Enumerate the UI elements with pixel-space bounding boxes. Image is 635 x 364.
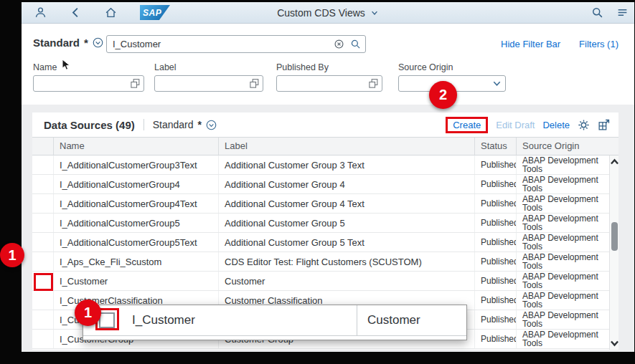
table-title: Data Sources (49) [44,119,135,131]
cell-source-origin: ABAP Development Tools [517,330,609,348]
label-filter-input[interactable] [154,75,263,92]
search-input[interactable] [113,39,328,49]
cell-source-origin: ABAP Development Tools [517,214,609,232]
cell-status: Published [475,330,517,348]
cell-source-origin: ABAP Development Tools [517,291,609,310]
cell-status: Published [475,272,517,290]
scrollbar-thumb[interactable] [611,222,618,251]
column-header-name[interactable]: Name [54,138,219,155]
search-icon[interactable] [591,6,603,19]
cell-status: Published [475,291,517,310]
table-row[interactable]: I_AdditionalCustomerGroup4TextAdditional… [32,194,609,214]
create-button[interactable]: Create [453,120,481,130]
search-go-icon[interactable] [350,39,361,49]
shell-right-area [591,2,629,23]
table-row[interactable]: I_AdditionalCustomerGroup5TextAdditional… [32,233,609,252]
clear-search-icon[interactable] [334,39,344,49]
table-header-row: Name Label Status Source Origin [32,137,618,155]
cell-name: I_AdditionalCustomerGroup4Text [54,194,219,213]
cell-status: Published [475,194,517,213]
cell-label: Additional Customer Group 3 Text [219,155,475,174]
cell-name: I_AdditionalCustomerGroup5 [54,214,219,232]
published-by-filter-input[interactable] [276,75,382,92]
cell-label: CDS Editor Test: Flight Customers (SCUST… [219,252,475,271]
variant-selector[interactable]: Standard * [33,37,103,49]
cell-status: Published [475,175,517,193]
published-by-filter-label: Published By [276,62,329,72]
callout-row-name: I_Customer [132,313,195,327]
menu-icon[interactable] [616,6,629,19]
annotation-box-row-checkbox [34,273,53,291]
screenshot-frame: SAP Custom CDS Views Standard * [0,0,635,364]
value-help-icon[interactable] [249,78,260,89]
row-checkbox-cell[interactable] [32,175,54,193]
column-header-status[interactable]: Status [475,138,517,155]
column-header-source-origin[interactable]: Source Origin [517,138,609,155]
chevron-down-icon [370,9,379,17]
row-checkbox-cell[interactable] [32,252,54,271]
shell-bar: SAP Custom CDS Views [22,2,634,24]
name-filter-label: Name [33,62,57,72]
variant-chevron-icon [206,120,217,130]
value-help-icon[interactable] [130,78,141,89]
annotation-step-1-badge: 1 [0,243,24,267]
variant-dirty-marker: * [84,37,88,49]
row-checkbox-cell[interactable] [32,194,54,213]
toolbar-divider [144,119,144,130]
filters-link[interactable]: Filters (1) [579,39,618,49]
select-all-column-header[interactable] [32,138,54,155]
row-checkbox-cell[interactable] [32,310,54,329]
hide-filter-bar-link[interactable]: Hide Filter Bar [501,39,560,49]
cell-name: I_AdditionalCustomerGroup5Text [54,233,219,252]
cell-label: Additional Customer Group 4 [219,175,475,193]
table-row[interactable]: I_AdditionalCustomerGroup3TextAdditional… [32,155,609,175]
table-actions: Create Edit Draft Delete [446,117,610,133]
cell-name: I_AdditionalCustomerGroup4 [54,175,219,193]
row-checkbox-cell[interactable] [32,214,54,232]
table-row[interactable]: I_Aps_Cke_Fli_ScustomCDS Editor Test: Fl… [32,252,609,272]
table-variant-selector[interactable]: Standard * [153,119,217,130]
variant-name: Standard [33,37,80,49]
variant-chevron-icon [93,37,103,48]
row-checkbox-cell[interactable] [32,233,54,252]
cell-label: Customer [219,272,475,290]
value-help-icon[interactable] [368,78,379,89]
mouse-cursor [62,59,71,71]
cell-name: I_Aps_Cke_Fli_Scustom [54,252,219,271]
table-row[interactable]: I_CustomerCustomerPublishedABAP Developm… [32,272,609,291]
cell-label: Additional Customer Group 4 Text [219,194,475,213]
cell-status: Published [475,310,517,329]
callout-label-cell: Customer [357,305,420,335]
table-row[interactable]: I_AdditionalCustomerGroup5Additional Cus… [32,214,609,233]
row-checkbox-cell[interactable] [32,155,54,174]
source-origin-filter-label: Source Origin [398,62,453,72]
table-row[interactable]: I_AdditionalCustomerGroup4Additional Cus… [32,175,609,194]
cell-status: Published [475,155,517,174]
cell-source-origin: ABAP Development Tools [517,272,609,290]
cell-label: Additional Customer Group 5 [219,214,475,232]
callout-name-cell: I_Customer [83,305,357,335]
scroll-down-icon[interactable] [610,338,619,348]
column-header-label[interactable]: Label [219,138,475,155]
cell-label: Additional Customer Group 5 Text [219,233,475,252]
edit-draft-button[interactable]: Edit Draft [496,120,535,130]
row-checkbox-cell[interactable] [32,330,54,348]
cell-status: Published [475,233,517,252]
callout-row-label: Customer [367,313,420,327]
vertical-scrollbar[interactable] [609,155,618,350]
name-filter-input[interactable] [33,75,144,92]
scroll-up-icon[interactable] [610,157,619,167]
app-title: Custom CDS Views [277,7,365,19]
label-filter-label: Label [154,62,177,72]
callout-row: I_Customer Customer [83,305,466,336]
cell-status: Published [475,214,517,232]
chevron-down-icon [491,78,502,89]
cell-source-origin: ABAP Development Tools [517,155,609,174]
delete-button[interactable]: Delete [542,120,570,130]
row-checkbox-cell[interactable] [32,291,54,310]
export-spreadsheet-icon[interactable] [598,119,610,131]
settings-gear-icon[interactable] [578,119,590,131]
cell-name: I_Customer [54,272,219,290]
app-title-menu[interactable]: Custom CDS Views [22,2,634,23]
cell-source-origin: ABAP Development Tools [517,310,609,329]
